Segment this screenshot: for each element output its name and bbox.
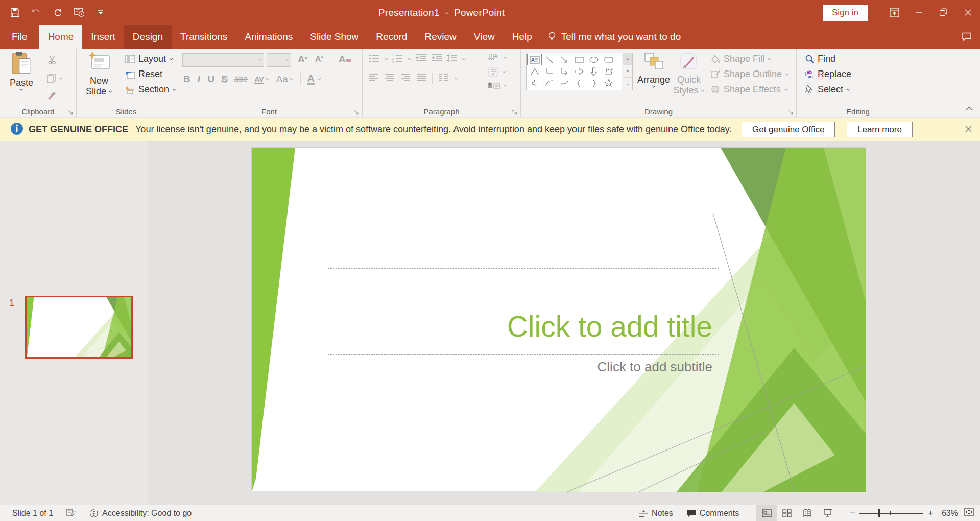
zoom-out-icon[interactable]: − (845, 507, 859, 519)
shape-brace-right-icon[interactable] (586, 77, 601, 89)
cut-icon[interactable] (47, 55, 63, 67)
shape-elbow-icon[interactable] (542, 65, 557, 77)
tab-animations[interactable]: Animations (236, 25, 301, 49)
shape-freeform-icon[interactable] (601, 65, 616, 77)
notes-toggle[interactable]: Notes (639, 509, 673, 518)
quick-styles-button[interactable]: QuickStyles (672, 51, 706, 106)
comments-toggle[interactable]: Comments (686, 509, 739, 518)
zoom-in-icon[interactable]: + (923, 508, 939, 519)
subtitle-placeholder[interactable]: Click to add subtitle (328, 354, 719, 407)
tab-view[interactable]: View (465, 25, 504, 49)
shape-oval-icon[interactable] (586, 54, 601, 65)
columns-icon[interactable] (438, 74, 448, 84)
shape-arrow-icon[interactable] (557, 54, 571, 65)
grow-font-icon[interactable]: A▴ (298, 54, 307, 65)
find-button[interactable]: Find (805, 54, 851, 64)
justify-icon[interactable] (416, 74, 426, 84)
notes-pen-icon[interactable] (66, 508, 76, 519)
tell-me-box[interactable]: Tell me what you want to do (541, 25, 681, 49)
select-button[interactable]: Select (805, 84, 851, 95)
tab-record[interactable]: Record (367, 25, 416, 49)
accessibility-checker[interactable]: Accessibility: Good to go (89, 509, 192, 518)
underline-icon[interactable]: U (207, 74, 214, 85)
align-text-icon[interactable] (488, 67, 506, 77)
shrink-font-icon[interactable]: A▾ (315, 55, 323, 64)
paste-button[interactable]: Paste (3, 51, 40, 106)
slide-counter[interactable]: Slide 1 of 1 (12, 509, 53, 518)
slide-thumbnail[interactable] (25, 296, 133, 359)
font-name-combo[interactable] (182, 53, 264, 67)
view-slideshow-button[interactable] (818, 505, 838, 521)
shape-elbow-arrow-icon[interactable] (557, 65, 571, 77)
arrange-button[interactable]: Arrange (637, 51, 670, 106)
layout-button[interactable]: Layout (125, 54, 176, 64)
shape-effects-button[interactable]: Shape Effects (711, 84, 789, 95)
new-slide-button[interactable]: NewSlide (81, 51, 117, 106)
change-case-icon[interactable]: Aa (276, 74, 294, 85)
shape-outline-button[interactable]: Shape Outline (711, 69, 789, 80)
align-center-icon[interactable] (385, 74, 395, 84)
view-slide-sorter-button[interactable] (777, 505, 797, 521)
close-button[interactable] (955, 0, 980, 25)
start-slideshow-icon[interactable] (69, 3, 89, 22)
strikethrough-icon[interactable]: S (221, 74, 228, 85)
copy-icon[interactable] (47, 74, 63, 84)
convert-smartart-icon[interactable] (488, 81, 507, 90)
shape-scribble-icon[interactable] (527, 77, 542, 89)
minimize-button[interactable] (906, 0, 931, 25)
character-spacing-icon[interactable]: AV (254, 75, 269, 84)
tab-insert[interactable]: Insert (82, 25, 124, 49)
customize-qat-icon[interactable] (91, 3, 110, 22)
clear-formatting-icon[interactable]: A (339, 54, 351, 65)
shape-rectangle-icon[interactable] (571, 54, 586, 65)
format-painter-icon[interactable] (47, 90, 63, 102)
save-icon[interactable] (5, 3, 25, 22)
shape-arc-icon[interactable] (542, 77, 557, 89)
restore-button[interactable] (931, 0, 955, 25)
align-right-icon[interactable] (400, 74, 411, 84)
shape-star-icon[interactable] (601, 77, 616, 89)
collapse-ribbon-icon[interactable] (966, 104, 973, 113)
shape-curve-icon[interactable] (557, 77, 571, 89)
get-genuine-office-button[interactable]: Get genuine Office (742, 122, 835, 137)
tab-slide-show[interactable]: Slide Show (301, 25, 367, 49)
text-direction-icon[interactable]: A (488, 53, 507, 63)
sign-in-button[interactable]: Sign in (823, 5, 868, 21)
strikethrough2-icon[interactable]: abe (234, 75, 248, 84)
tab-design[interactable]: Design (124, 25, 172, 49)
shape-line-icon[interactable] (542, 54, 557, 65)
view-reading-button[interactable] (797, 505, 818, 521)
replace-button[interactable]: abac Replace (805, 69, 851, 80)
bold-icon[interactable]: B (183, 74, 190, 85)
increase-indent-icon[interactable] (431, 54, 442, 65)
line-spacing-icon[interactable] (446, 54, 458, 65)
shape-text-box-icon[interactable]: A (527, 54, 542, 65)
decrease-indent-icon[interactable] (416, 54, 427, 65)
section-button[interactable]: Section (125, 84, 176, 95)
tab-review[interactable]: Review (416, 25, 465, 49)
bullets-icon[interactable] (369, 54, 380, 65)
zoom-level[interactable]: 63% (942, 509, 958, 518)
tab-home[interactable]: Home (39, 25, 83, 49)
learn-more-button[interactable]: Learn more (847, 122, 913, 137)
reset-button[interactable]: Reset (125, 69, 176, 80)
shapes-gallery-scrollbar[interactable]: ▲ ▼ ⌄ (623, 53, 633, 90)
tab-file[interactable]: File (0, 25, 39, 49)
italic-icon[interactable]: I (197, 74, 201, 85)
shape-triangle-icon[interactable] (527, 65, 542, 77)
ribbon-display-options-icon[interactable] (882, 0, 906, 25)
shape-brace-left-icon[interactable] (571, 77, 586, 89)
slide-canvas[interactable]: Click to add title Click to add subtitle (251, 147, 865, 491)
font-color-icon[interactable]: A (307, 74, 321, 85)
shape-arrow-right-icon[interactable] (571, 65, 586, 77)
align-left-icon[interactable] (369, 74, 379, 84)
comments-pane-icon[interactable] (962, 25, 972, 49)
view-normal-button[interactable] (756, 505, 777, 521)
redo-icon[interactable] (48, 3, 67, 22)
tab-transitions[interactable]: Transitions (172, 25, 236, 49)
zoom-slider[interactable] (859, 505, 923, 521)
shape-fill-button[interactable]: Shape Fill (711, 54, 789, 64)
shape-rounded-rectangle-icon[interactable] (601, 54, 616, 65)
tab-help[interactable]: Help (504, 25, 541, 49)
numbering-icon[interactable]: 123 (392, 54, 403, 65)
